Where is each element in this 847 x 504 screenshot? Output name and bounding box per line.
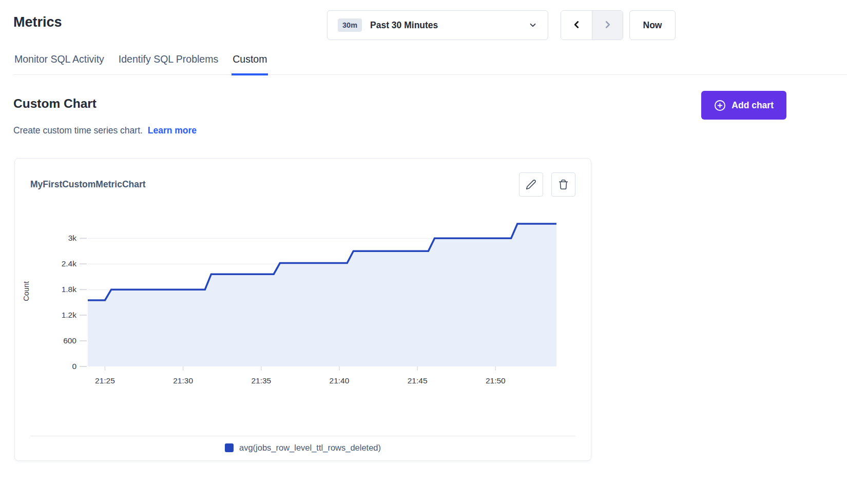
y-tick-label: 2.4k: [30, 259, 76, 269]
chart-legend: avg(jobs_row_level_ttl_rows_deleted): [15, 443, 591, 453]
metrics-page: Metrics 30m Past 30 Minutes Now Monitor …: [0, 0, 847, 504]
x-tick-label: 21:35: [246, 376, 277, 385]
y-tick-label: 600: [30, 336, 76, 346]
prev-time-button[interactable]: [561, 11, 592, 40]
chevron-down-icon: [528, 21, 537, 30]
tab-bar: Monitor SQL Activity Identify SQL Proble…: [13, 51, 847, 75]
chart-title: MyFirstCustomMetricChart: [30, 179, 146, 190]
add-chart-button[interactable]: Add chart: [701, 91, 786, 120]
chart-card-header: MyFirstCustomMetricChart: [15, 159, 591, 197]
legend-divider: [30, 436, 575, 436]
y-axis-title: Count: [22, 216, 30, 366]
tab-custom[interactable]: Custom: [232, 51, 268, 75]
next-time-button[interactable]: [592, 11, 623, 40]
y-tick-label: 0: [30, 361, 76, 372]
x-tick-label: 21:40: [324, 376, 355, 385]
add-chart-label: Add chart: [732, 100, 774, 111]
circle-plus-icon: [714, 100, 726, 111]
time-range-label: Past 30 Minutes: [370, 20, 528, 31]
x-tick-label: 21:30: [168, 376, 199, 385]
chart-plot[interactable]: [78, 216, 556, 371]
learn-more-link[interactable]: Learn more: [148, 125, 197, 135]
legend-label: avg(jobs_row_level_ttl_rows_deleted): [239, 443, 381, 453]
pencil-icon: [526, 179, 536, 190]
chevron-right-icon: [602, 19, 613, 32]
custom-chart-card: MyFirstCustomMetricChart Count 06001.2k1…: [14, 158, 591, 461]
time-range-selector[interactable]: 30m Past 30 Minutes: [327, 10, 548, 40]
trash-icon: [558, 179, 569, 190]
chart-actions: [519, 172, 575, 197]
legend-item[interactable]: avg(jobs_row_level_ttl_rows_deleted): [225, 443, 381, 453]
x-tick-label: 21:45: [402, 376, 433, 385]
x-axis-tick-labels: 21:2521:3021:3521:4021:4521:50: [78, 376, 556, 387]
section-description: Create custom time series chart. Learn m…: [13, 125, 197, 136]
y-tick-label: 3k: [30, 233, 76, 243]
chart-region: Count 06001.2k1.8k2.4k3k 21:2521:3021:35…: [15, 216, 591, 396]
now-button[interactable]: Now: [629, 10, 676, 40]
tab-identify-sql-problems[interactable]: Identify SQL Problems: [118, 51, 219, 74]
time-nav-group: [561, 10, 623, 40]
x-tick-label: 21:25: [89, 376, 120, 385]
y-tick-label: 1.8k: [30, 284, 76, 295]
edit-chart-button[interactable]: [519, 172, 543, 197]
y-tick-label: 1.2k: [30, 310, 76, 320]
page-title: Metrics: [13, 14, 62, 30]
delete-chart-button[interactable]: [551, 172, 575, 197]
x-tick-label: 21:50: [480, 376, 511, 385]
section-title: Custom Chart: [13, 96, 97, 111]
tab-monitor-sql-activity[interactable]: Monitor SQL Activity: [13, 51, 105, 74]
y-axis-tick-labels: 06001.2k1.8k2.4k3k: [30, 216, 76, 366]
section-description-text: Create custom time series chart.: [13, 125, 143, 135]
chevron-left-icon: [571, 19, 582, 32]
legend-swatch: [225, 443, 234, 452]
time-range-badge: 30m: [338, 18, 362, 32]
